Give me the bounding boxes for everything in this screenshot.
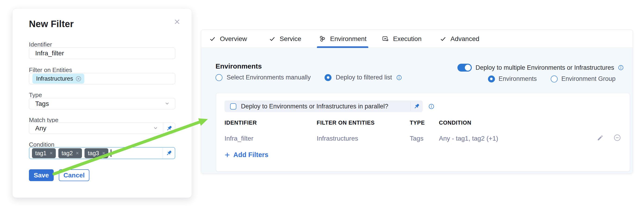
row-condition: Any - tag1, tag2 (+1) xyxy=(439,135,498,142)
tab-execution[interactable]: Execution xyxy=(380,30,424,48)
new-filter-modal: New Filter Identifier Infra_filter Filte… xyxy=(12,8,192,198)
row-type: Tags xyxy=(410,135,424,142)
info-icon[interactable] xyxy=(396,74,402,80)
tab-label: Service xyxy=(280,35,301,42)
radio-deploy-filtered-label: Deploy to filtered list xyxy=(336,74,392,81)
chevron-down-icon xyxy=(152,124,159,132)
stage-config-panel: Overview Service Environment Execution A… xyxy=(201,30,633,174)
pin-icon[interactable] xyxy=(163,123,175,134)
filter-on-entities-label: Filter on Entities xyxy=(29,66,72,74)
tab-label: Advanced xyxy=(450,35,480,42)
environments-heading: Environments xyxy=(216,62,262,70)
match-type-select[interactable]: Any xyxy=(29,122,175,134)
condition-chip-label: tag2 xyxy=(62,150,73,156)
chip-remove-icon[interactable] xyxy=(75,151,80,156)
multi-deploy-toggle-row: Deploy to multiple Environments or Infra… xyxy=(458,64,624,72)
condition-chip-label: tag3 xyxy=(88,150,99,156)
stage-tabbar: Overview Service Environment Execution A… xyxy=(201,30,633,48)
environment-target-radios: Environments Environment Group xyxy=(488,75,616,82)
condition-chip-label: tag1 xyxy=(35,150,46,156)
radio-deploy-filtered[interactable] xyxy=(324,74,332,81)
pin-icon[interactable] xyxy=(163,148,175,159)
modal-title: New Filter xyxy=(29,19,74,29)
deploy-multiple-toggle[interactable] xyxy=(458,64,472,72)
entities-chip[interactable]: Infrastructures xyxy=(32,74,84,84)
condition-field[interactable]: tag1 tag2 tag3 xyxy=(29,147,175,159)
chip-remove-circle-icon[interactable] xyxy=(76,76,82,82)
tab-label: Execution xyxy=(393,35,422,42)
check-icon xyxy=(440,36,446,42)
tab-environment[interactable]: Environment xyxy=(317,30,368,48)
row-filter-on-entities: Infrastructures xyxy=(317,135,358,142)
radio-select-manually[interactable] xyxy=(216,74,222,81)
identifier-value: Infra_filter xyxy=(29,50,64,57)
pin-icon[interactable] xyxy=(411,103,423,110)
col-header-identifier: IDENTIFIER xyxy=(224,120,257,126)
tab-advanced[interactable]: Advanced xyxy=(438,30,481,48)
environment-tab-content: Environments Select Environments manuall… xyxy=(201,48,633,174)
chip-remove-icon[interactable] xyxy=(102,151,106,156)
match-type-value: Any xyxy=(29,124,46,132)
check-icon xyxy=(209,36,216,42)
add-filters-button[interactable]: Add Filters xyxy=(224,151,268,159)
parallel-checkbox[interactable] xyxy=(230,103,236,110)
type-value: Tags xyxy=(29,100,49,108)
deploy-multiple-toggle-label: Deploy to multiple Environments or Infra… xyxy=(476,64,614,71)
info-icon[interactable] xyxy=(618,64,624,71)
execution-icon xyxy=(382,35,389,42)
tab-overview[interactable]: Overview xyxy=(207,30,249,48)
info-icon[interactable] xyxy=(428,103,434,110)
filters-card: Deploy to Environments or Infrastructure… xyxy=(216,93,630,172)
environment-icon xyxy=(319,35,326,42)
col-header-filter-on-entities: FILTER ON ENTITIES xyxy=(317,120,374,126)
parallel-option-bar: Deploy to Environments or Infrastructure… xyxy=(224,100,423,112)
save-button[interactable]: Save xyxy=(29,169,54,181)
radio-environments[interactable] xyxy=(488,76,495,82)
remove-icon[interactable] xyxy=(614,134,621,142)
condition-chip[interactable]: tag2 xyxy=(58,148,82,158)
radio-select-manually-label: Select Environments manually xyxy=(227,74,311,81)
environment-mode-radios: Select Environments manually Deploy to f… xyxy=(216,74,402,81)
col-header-condition: CONDITION xyxy=(439,120,471,126)
radio-environment-group[interactable] xyxy=(551,76,558,82)
identifier-field[interactable]: Infra_filter xyxy=(29,48,175,59)
chip-remove-icon[interactable] xyxy=(49,151,54,156)
edit-icon[interactable] xyxy=(597,134,604,142)
cancel-button[interactable]: Cancel xyxy=(59,169,89,181)
chevron-down-icon xyxy=(164,100,170,108)
check-icon xyxy=(269,36,276,42)
row-identifier: Infra_filter xyxy=(224,135,254,142)
type-label: Type xyxy=(29,92,42,99)
identifier-label: Identifier xyxy=(29,41,52,48)
type-select[interactable]: Tags xyxy=(29,98,175,109)
radio-environments-label: Environments xyxy=(499,75,537,82)
add-filters-label: Add Filters xyxy=(233,151,268,159)
tab-service[interactable]: Service xyxy=(267,30,303,48)
tab-label: Overview xyxy=(220,35,247,42)
tab-label: Environment xyxy=(330,35,366,42)
text-caret xyxy=(111,150,111,157)
condition-chip[interactable]: tag1 xyxy=(32,148,56,158)
close-icon[interactable] xyxy=(173,17,182,26)
entities-chip-label: Infrastructures xyxy=(36,75,73,82)
radio-environment-group-label: Environment Group xyxy=(561,75,616,82)
parallel-checkbox-label: Deploy to Environments or Infrastructure… xyxy=(241,103,410,110)
col-header-type: TYPE xyxy=(410,120,425,126)
filter-on-entities-field[interactable]: Infrastructures xyxy=(29,73,175,84)
plus-icon xyxy=(224,152,230,158)
condition-chip[interactable]: tag3 xyxy=(84,148,108,158)
